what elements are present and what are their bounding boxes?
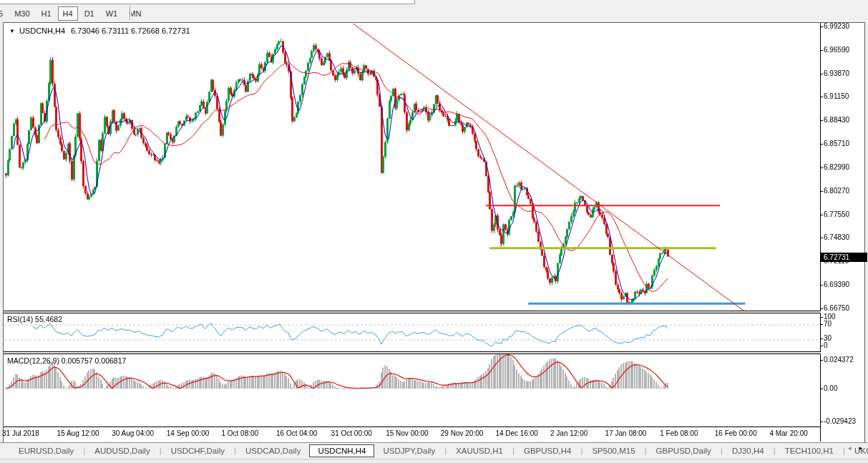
symbol-tab-tech100[interactable]: TECH100,H1 — [776, 444, 842, 457]
price-axis-label: 6.93870 — [824, 69, 849, 78]
timeframe-button-h1[interactable]: H1 — [36, 7, 57, 20]
symbol-tab-usdjpy[interactable]: USDJPY,Daily — [374, 444, 444, 457]
chart-dropdown-icon[interactable]: ▼ — [9, 28, 15, 34]
price-axis-label: 6.96590 — [824, 46, 849, 54]
timeframe-button-m30[interactable]: M30 — [9, 7, 34, 20]
time-axis-label: 31 Jul 2018 — [2, 429, 39, 437]
rsi-panel-top-border — [4, 313, 821, 313]
tab-scroll-right-icon[interactable]: ► — [858, 445, 864, 452]
time-axis-label: 17 Jan 08:00 — [605, 429, 647, 437]
timeframe-button-5[interactable]: 5 — [0, 7, 8, 20]
current-price-tag: 6.72731 — [821, 253, 867, 262]
price-axis-label: 6.91150 — [824, 92, 849, 101]
chart-symbol-label: USDCNH,H4 — [19, 26, 65, 35]
time-axis-label: 30 Aug 04:00 — [112, 429, 154, 437]
time-axis-label: 29 Nov 20:00 — [441, 429, 484, 437]
chart-ohlc-values: 6.73046 6.73111 6.72668 6.72731 — [71, 26, 190, 35]
price-axis-label: 6.80270 — [824, 187, 849, 195]
macd-scale-label: 0.00 — [824, 384, 837, 393]
symbol-tab-usdcnh[interactable]: USDCNH,H4 — [309, 444, 374, 457]
symbol-tab-xauusd[interactable]: XAUUSD,H1 — [447, 444, 512, 457]
symbol-tab-usdcad[interactable]: USDCAD,Daily — [237, 444, 309, 457]
rsi-indicator-label: RSI(14) 55.4682 — [7, 315, 62, 323]
rsi-scale-label: 0 — [824, 341, 828, 350]
price-axis[interactable]: 6.992306.965906.938706.911506.884306.857… — [821, 23, 864, 442]
price-axis-label: 6.77550 — [824, 210, 849, 219]
chart-window — [3, 22, 865, 443]
timeframe-button-mn[interactable]: MN — [124, 7, 146, 20]
time-axis-label: 15 Nov 00:00 — [386, 429, 429, 437]
macd-scale-label: -0.029423 — [824, 417, 856, 426]
symbol-tab-gbpusd[interactable]: GBPUSD,H4 — [515, 444, 580, 457]
price-axis-label: 6.85710 — [824, 140, 849, 148]
symbol-tab-sp500[interactable]: SP500,M15 — [583, 444, 643, 457]
price-axis-label: 6.66750 — [824, 304, 849, 313]
price-axis-label: 6.99230 — [824, 22, 849, 31]
time-axis-label: 16 Oct 04:00 — [276, 429, 317, 437]
symbol-tab-dj30[interactable]: DJ30,H4 — [723, 444, 773, 457]
time-axis-label: 14 Dec 16:00 — [495, 429, 538, 437]
time-axis-label: 1 Oct 08:00 — [221, 429, 258, 437]
toolbar-separator — [130, 6, 131, 20]
price-axis-label: 6.74830 — [824, 233, 849, 242]
symbol-tab-gbpusd[interactable]: GBPUSD,Daily — [648, 444, 720, 457]
price-axis-label: 6.82990 — [824, 163, 849, 172]
chart-title: ▼USDCNH,H46.73046 6.73111 6.72668 6.7273… — [9, 26, 190, 35]
macd-indicator-label: MACD(12,26,9) 0.005757 0.006817 — [7, 356, 126, 365]
window-bottom-edge — [0, 459, 868, 463]
symbol-tab-usdchf[interactable]: USDCHF,Daily — [162, 444, 233, 457]
timeframe-button-d1[interactable]: D1 — [79, 7, 99, 20]
macd-scale-label: 0.024372 — [824, 356, 854, 364]
time-axis-label: 1 Feb 08:00 — [660, 429, 698, 437]
time-axis-label: 15 Aug 12:00 — [57, 429, 99, 437]
price-axis-label: 6.69390 — [824, 281, 849, 289]
price-axis-label: 6.88430 — [824, 116, 849, 125]
tab-scroll-controls: ◄ ► — [847, 445, 864, 452]
symbol-tab-eurusd[interactable]: EURUSD,Daily — [10, 444, 82, 457]
time-axis-label: 16 Feb 00:00 — [715, 429, 757, 437]
macd-panel-top-border — [4, 354, 821, 354]
time-axis-label: 31 Oct 00:00 — [331, 429, 372, 437]
tab-scroll-left-icon[interactable]: ◄ — [847, 445, 852, 452]
time-axis-label: 4 Mar 20:00 — [769, 429, 807, 437]
rsi-scale-label: 70 — [824, 320, 832, 328]
symbol-tab-audusd[interactable]: AUDUSD,Daily — [86, 444, 158, 457]
time-axis-label: 14 Sep 00:00 — [167, 429, 210, 437]
time-axis-label: 2 Jan 12:00 — [550, 429, 587, 437]
timeframe-button-h4[interactable]: H4 — [58, 6, 78, 21]
timeframe-button-w1[interactable]: W1 — [101, 7, 123, 20]
symbol-tab-bar: EURUSD,Daily|AUDUSD,Daily|USDCHF,Daily|U… — [0, 442, 868, 459]
